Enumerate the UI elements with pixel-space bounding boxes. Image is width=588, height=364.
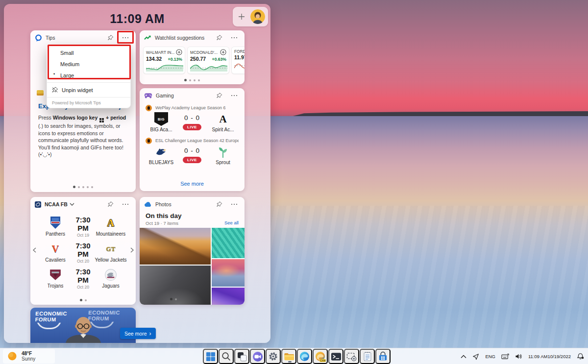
stock-price: 11.97 (234, 54, 245, 60)
sprout-logo-image (217, 146, 229, 158)
panel-see-more-button[interactable]: See more › (120, 328, 156, 339)
team-logo-georgia-state (48, 216, 63, 230)
more-icon (231, 95, 238, 97)
tray-show-hidden-icons-button[interactable] (459, 350, 468, 363)
menu-item-unpin[interactable]: Unpin widget (47, 84, 130, 96)
match-score: 0 - 0 (184, 147, 200, 154)
ncaa-header: NCAA FB (30, 197, 136, 212)
carousel-next-arrow[interactable] (129, 246, 135, 254)
on-this-day-subtitle: Oct 19 · 7 items (146, 220, 178, 226)
weather-temp: 48°F (22, 351, 35, 356)
photos-pin-button[interactable] (213, 199, 225, 209)
team-name: Cavaliers (45, 257, 66, 263)
team-home: BLUEJAYS (144, 145, 179, 165)
ncaa-game-row[interactable]: V Cavaliers 7:30 PM Oct 20 GT Yellow Jac… (30, 242, 136, 267)
photo-purple-abstract[interactable] (212, 288, 245, 305)
snipping-tool-button[interactable] (344, 349, 359, 364)
taskbar-weather-button[interactable]: 48°F Sunny (3, 349, 55, 364)
chevron-down-icon (70, 203, 74, 206)
gaming-see-more-link[interactable]: See more (140, 181, 245, 187)
see-more-label: See more (124, 331, 147, 337)
location-arrow-icon (472, 353, 479, 360)
gaming-more-button[interactable] (228, 91, 240, 100)
ncaa-more-button[interactable] (120, 199, 131, 209)
ncaa-game-row[interactable]: Panthers 7:30 PM Oct 19 A Mountaineers (30, 216, 136, 242)
carousel-prev-arrow[interactable] (31, 246, 37, 254)
photo-ocean-sunset[interactable] (212, 259, 245, 287)
game-date: Oct 20 (73, 285, 94, 290)
team-logo-troy (48, 267, 63, 282)
store-button[interactable] (375, 349, 391, 364)
notepad-button[interactable] (360, 349, 375, 364)
watchlist-pin-button[interactable] (213, 33, 225, 43)
league-icon (146, 105, 152, 111)
photos-more-button[interactable] (228, 199, 240, 209)
search-icon (221, 352, 231, 361)
ncaa-icon (35, 201, 41, 208)
edge-canary-button[interactable]: CAN (313, 349, 328, 364)
gaming-pin-button[interactable] (213, 91, 225, 100)
add-stock-icon[interactable] (176, 49, 182, 55)
tray-notifications-button[interactable] (575, 350, 586, 363)
ncaa-title-dropdown[interactable]: NCAA FB (45, 201, 74, 207)
stock-card-walmart[interactable]: WALMART IN... 134.32 +0.13% (143, 47, 185, 74)
chat-button[interactable] (250, 349, 265, 364)
windows-start-icon (206, 352, 216, 362)
see-all-link[interactable]: See all (224, 220, 239, 225)
league-name: ESL Challenger League Season 42 Europe (155, 138, 239, 143)
tips-more-button[interactable] (120, 33, 131, 43)
ncaa-pin-button[interactable] (104, 199, 116, 209)
tray-volume-button[interactable] (513, 350, 524, 363)
live-badge: LIVE (183, 124, 201, 130)
add-widget-button[interactable] (236, 12, 247, 22)
tip-text-bold: Windows logo key (53, 115, 98, 121)
avatar[interactable] (250, 9, 265, 24)
photo-teal-abstract[interactable] (212, 228, 245, 258)
ncaa-title: NCAA FB (45, 201, 68, 207)
pagination-dot (198, 79, 200, 81)
unpin-icon (51, 87, 58, 94)
team-name: BLUEJAYS (149, 160, 173, 165)
pagination-dot (85, 299, 87, 301)
match-row[interactable]: BIG BIG Aca... 0 - 0 LIVE A Spirit Ac... (140, 112, 245, 132)
add-stock-icon[interactable] (220, 49, 226, 55)
jaguars-logo-image (104, 268, 117, 281)
pin-icon (216, 93, 222, 99)
watchlist-more-button[interactable] (228, 33, 240, 43)
tips-pin-button[interactable] (104, 33, 116, 43)
settings-button[interactable] (266, 349, 281, 364)
game-time: 7:30 PM (73, 216, 94, 232)
gaming-title: Gaming (156, 93, 174, 98)
team-away: Jaguars (94, 267, 128, 289)
task-view-button[interactable] (234, 349, 249, 364)
tip-illustration-icon (37, 90, 44, 96)
edge-button[interactable] (297, 349, 312, 364)
running-indicator (288, 361, 292, 363)
tray-location-indicator[interactable] (470, 350, 481, 363)
team-home: Trojans (38, 267, 73, 289)
file-explorer-button[interactable] (281, 349, 296, 364)
menu-item-medium[interactable]: Medium (47, 58, 130, 70)
plus-icon (238, 13, 245, 20)
match-row[interactable]: BLUEJAYS 0 - 0 LIVE Sprout (140, 145, 245, 165)
photo-desert-dunes[interactable] (140, 228, 211, 265)
stock-card-ford[interactable]: FORD 11.97 (231, 47, 245, 74)
tray-clock-button[interactable]: 11:09 AM 10/19/2022 (526, 350, 573, 363)
menu-item-large[interactable]: • Large (47, 70, 130, 81)
troy-shield-image (49, 268, 62, 281)
team-logo-virginia: V (48, 242, 63, 256)
terminal-button[interactable] (328, 349, 343, 364)
league-row[interactable]: WePlay Academy League Season 6 (140, 103, 245, 112)
team-logo-bluejays (154, 145, 168, 159)
pagination-dot (91, 186, 93, 188)
ncaa-game-row[interactable]: Trojans 7:30 PM Oct 20 Jag (30, 267, 136, 293)
tray-language-button[interactable]: ENG (483, 350, 497, 363)
search-button[interactable] (219, 349, 234, 364)
start-button[interactable] (203, 349, 218, 364)
pagination-dot (184, 79, 187, 81)
league-row[interactable]: ESL Challenger League Season 42 Europe (140, 136, 245, 145)
tray-touch-keyboard-button[interactable] (499, 350, 511, 363)
gamepad-icon (144, 93, 152, 98)
menu-item-small[interactable]: Small (47, 47, 130, 58)
stock-card-mcdonalds[interactable]: MCDONALD'... 250.77 +0.63% (187, 47, 229, 74)
